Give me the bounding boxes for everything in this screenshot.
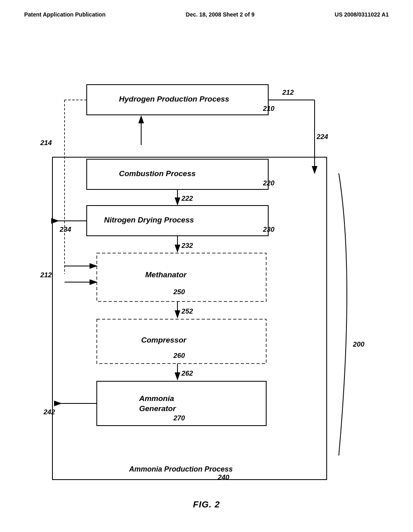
svg-text:Compressor: Compressor (141, 336, 187, 344)
svg-text:242: 242 (43, 408, 55, 416)
svg-text:214: 214 (40, 139, 52, 147)
svg-text:270: 270 (173, 414, 185, 422)
figure-caption: FIG. 2 (193, 499, 220, 510)
header-left: Patent Application Publication (24, 11, 106, 18)
svg-text:210: 210 (263, 105, 275, 112)
svg-text:234: 234 (59, 226, 71, 233)
header-center: Dec. 18, 2008 Sheet 2 of 9 (186, 11, 254, 18)
svg-text:260: 260 (173, 352, 185, 360)
svg-text:262: 262 (181, 370, 193, 377)
svg-text:Combustion Process: Combustion Process (119, 169, 196, 178)
diagram: Ammonia Production Process 240 Hydrogen … (0, 32, 413, 508)
header-right: US 2008/0311022 A1 (335, 11, 389, 18)
svg-text:Nitrogen Drying Process: Nitrogen Drying Process (104, 216, 194, 224)
svg-text:240: 240 (217, 474, 229, 481)
svg-text:222: 222 (181, 195, 193, 202)
header: Patent Application Publication Dec. 18, … (0, 0, 413, 18)
svg-text:Ammonia: Ammonia (139, 394, 174, 403)
svg-text:Generator: Generator (139, 404, 176, 413)
svg-text:252: 252 (181, 308, 193, 315)
svg-text:Hydrogen Production Process: Hydrogen Production Process (119, 95, 229, 103)
figure-label: FIG. 2 (193, 499, 220, 509)
svg-text:250: 250 (173, 288, 185, 296)
svg-text:Methanator: Methanator (145, 270, 187, 279)
page: Patent Application Publication Dec. 18, … (0, 0, 413, 532)
svg-text:212: 212 (40, 271, 52, 279)
svg-text:224: 224 (316, 133, 328, 141)
svg-text:232: 232 (181, 242, 193, 249)
svg-text:212: 212 (282, 89, 294, 96)
svg-text:230: 230 (263, 226, 275, 233)
svg-text:Ammonia Production Process: Ammonia Production Process (129, 465, 233, 473)
svg-text:200: 200 (353, 341, 365, 348)
svg-text:220: 220 (263, 179, 275, 187)
